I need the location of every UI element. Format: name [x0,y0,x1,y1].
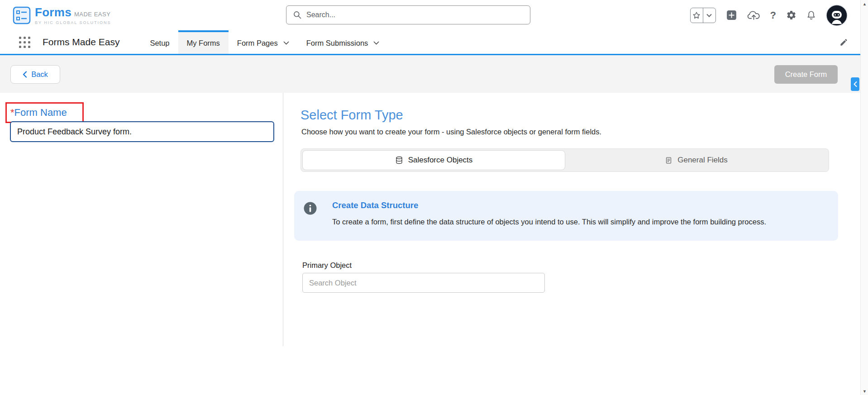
logo-text: Forms MADE EASY BY HIC GLOBAL SOLUTIONS [35,5,111,25]
chevron-down-icon [283,41,289,45]
global-search[interactable] [286,5,530,24]
settings-gear-icon[interactable] [786,10,796,20]
create-data-structure-banner: Create Data Structure To create a form, … [294,191,838,241]
page-scrollbar[interactable]: ▲ ▼ [860,0,868,395]
required-marker: * [10,107,14,118]
info-icon [303,201,317,217]
database-icon [395,156,403,164]
forms-logo-icon [13,6,31,24]
scroll-up-icon[interactable]: ▲ [861,0,868,8]
tab-setup[interactable]: Setup [141,30,178,54]
tab-my-forms-label: My Forms [187,39,220,48]
form-type-option-salesforce-objects[interactable]: Salesforce Objects [302,150,565,170]
annotation-highlight-box: *Form Name [5,102,84,123]
app-name: Forms Made Easy [43,37,119,48]
page-toolbar: Back Create Form [0,55,868,93]
header-icons: ? [690,0,848,30]
document-icon [665,157,672,164]
cloud-upload-icon[interactable] [747,10,760,20]
edit-page-button[interactable] [839,30,848,54]
primary-object-search-input[interactable] [302,273,545,293]
add-icon[interactable] [726,10,737,21]
logo-title: Forms [35,5,72,19]
logo-subtitle: MADE EASY [74,11,110,18]
logo-tagline: BY HIC GLOBAL SOLUTIONS [35,20,111,25]
info-banner-body: To create a form, first define the data … [332,218,766,226]
tab-form-pages[interactable]: Form Pages [229,30,298,54]
pencil-icon [839,38,848,47]
favorites-star-icon[interactable] [691,8,703,23]
app-launcher-icon[interactable] [18,36,31,48]
info-banner-title: Create Data Structure [332,200,418,210]
user-avatar[interactable] [826,5,848,26]
page: Forms MADE EASY BY HIC GLOBAL SOLUTIONS [0,0,868,395]
tab-my-forms[interactable]: My Forms [178,30,229,54]
notification-bell-icon[interactable] [806,10,816,21]
help-icon[interactable]: ? [770,10,776,20]
primary-object-label: Primary Object [302,261,352,270]
tab-form-submissions[interactable]: Form Submissions [298,30,388,54]
favorites-control[interactable] [690,8,716,23]
nav-tabs: Setup My Forms Form Pages Form Submissio… [141,30,388,54]
create-form-button[interactable]: Create Form [774,65,838,84]
form-type-toggle: Salesforce Objects General Fields [300,148,829,172]
tab-setup-label: Setup [150,39,169,48]
chevron-left-icon [23,71,27,78]
favorites-chevron-icon[interactable] [703,8,715,23]
form-type-option-general-fields[interactable]: General Fields [565,150,827,170]
chevron-down-icon [373,41,379,45]
chevron-left-icon [854,81,857,87]
select-form-type-subtitle: Choose how you want to create your form … [301,128,601,136]
back-button[interactable]: Back [10,65,60,84]
main-content: *Form Name Select Form Type Choose how y… [0,93,868,395]
form-name-label-text: Form Name [14,107,67,118]
general-fields-label: General Fields [677,156,728,165]
back-label: Back [31,70,48,79]
global-header: Forms MADE EASY BY HIC GLOBAL SOLUTIONS [0,0,868,30]
scroll-down-icon[interactable]: ▼ [861,387,868,395]
app-navigation: Forms Made Easy Setup My Forms Form Page… [0,30,868,54]
search-icon [293,10,302,19]
search-input[interactable] [306,11,524,19]
form-name-label: *Form Name [10,107,67,119]
vertical-divider [283,93,283,346]
tab-form-pages-label: Form Pages [237,39,278,48]
salesforce-objects-label: Salesforce Objects [408,156,473,165]
tab-form-submissions-label: Form Submissions [306,39,368,48]
select-form-type-heading: Select Form Type [300,108,403,123]
app-logo: Forms MADE EASY BY HIC GLOBAL SOLUTIONS [13,5,111,25]
side-panel-toggle[interactable] [851,77,859,91]
form-name-input[interactable] [10,121,274,142]
